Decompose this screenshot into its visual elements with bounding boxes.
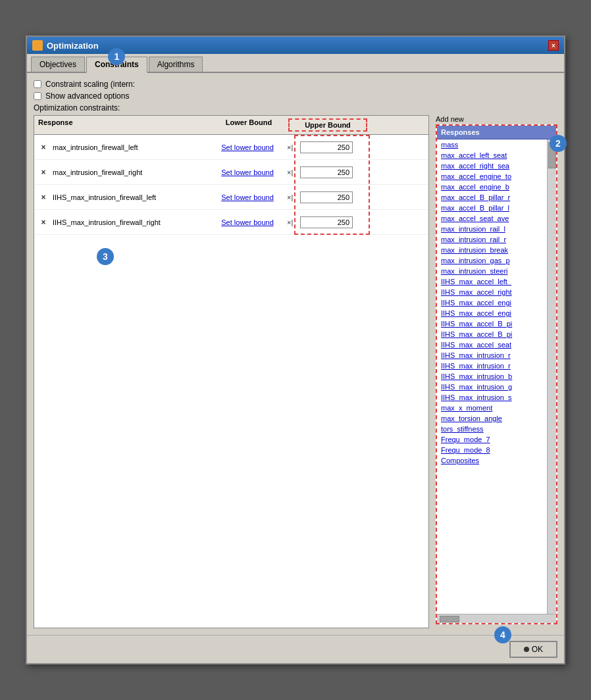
tab-objectives[interactable]: Objectives: [31, 57, 85, 72]
table-row: × max_intrusion_firewall_left Set lower …: [34, 135, 428, 160]
header-response: Response: [38, 118, 209, 132]
response-list-item[interactable]: IIHS_max_intrusion_s: [437, 392, 547, 403]
response-list-item[interactable]: IIHS_max_accel_engi: [437, 297, 547, 308]
tab-algorithms[interactable]: Algorithms: [149, 57, 203, 72]
response-list-item[interactable]: Frequ_mode_7: [437, 434, 547, 445]
ok-label: OK: [532, 645, 543, 654]
responses-header: Responses: [437, 126, 556, 139]
tab-bar: Objectives Constraints 1 Algorithms: [27, 54, 564, 73]
response-list-item[interactable]: IIHS_max_accel_B_pi: [437, 318, 547, 329]
constraints-table: Response Lower Bound Upper Bound × max_i…: [34, 115, 429, 628]
response-list-item[interactable]: max_accel_engine_b: [437, 182, 547, 192]
response-name-3: IIHS_max_intrusion_firewall_left: [50, 193, 208, 201]
response-list-item[interactable]: max_accel_seat_ave: [437, 213, 547, 224]
set-lower-bound-2[interactable]: Set lower bound: [208, 168, 287, 176]
upper-bound-input-3[interactable]: [300, 191, 353, 203]
table-row: × max_intrusion_firewall_right Set lower…: [34, 160, 428, 185]
show-advanced-checkbox[interactable]: [34, 92, 41, 100]
responses-list[interactable]: massmax_accel_left_seatmax_accel_right_s…: [437, 139, 547, 614]
responses-list-container: Responses massmax_accel_left_seatmax_acc…: [436, 124, 557, 624]
upper-bound-x-4: ×|: [287, 218, 300, 226]
response-list-item[interactable]: Composites: [437, 455, 547, 466]
response-list-item[interactable]: IIHS_max_intrusion_r: [437, 350, 547, 361]
response-list-item[interactable]: max_accel_B_pillar_l: [437, 203, 547, 213]
ok-button[interactable]: OK: [509, 641, 557, 658]
badge-3: 3: [97, 248, 114, 265]
delete-row-1-button[interactable]: ×: [37, 143, 50, 152]
constraint-scaling-row: Constraint scaling (intern:: [34, 80, 557, 89]
response-list-item[interactable]: max_intrusion_break: [437, 245, 547, 255]
response-list-item[interactable]: max_intrusion_steeri: [437, 266, 547, 276]
response-list-item[interactable]: max_accel_engine_to: [437, 171, 547, 182]
constraint-scaling-checkbox[interactable]: [34, 80, 41, 88]
response-list-item[interactable]: IIHS_max_accel_right: [437, 287, 547, 297]
show-advanced-label: Show advanced options: [45, 91, 129, 101]
response-list-item[interactable]: max_accel_right_sea: [437, 161, 547, 171]
response-list-item[interactable]: IIHS_max_intrusion_b: [437, 371, 547, 382]
response-list-item[interactable]: IIHS_max_accel_left_: [437, 276, 547, 287]
header-upper-bound: Upper Bound: [288, 118, 367, 132]
add-new-label: Add new: [436, 115, 557, 123]
upper-bound-input-2[interactable]: [300, 166, 353, 178]
response-name-2: max_intrusion_firewall_right: [50, 168, 208, 176]
set-lower-bound-1[interactable]: Set lower bound: [208, 143, 287, 151]
response-list-item[interactable]: max_intrusion_rail_l: [437, 224, 547, 234]
response-list-item[interactable]: IIHS_max_intrusion_g: [437, 382, 547, 392]
response-list-item[interactable]: max_intrusion_rail_r: [437, 234, 547, 245]
response-name-4: IIHS_max_intrusion_firewall_right: [50, 218, 208, 226]
delete-row-3-button[interactable]: ×: [37, 193, 50, 202]
delete-row-4-button[interactable]: ×: [37, 218, 50, 227]
responses-panel: Add new Responses massmax_accel_left_sea…: [436, 115, 557, 628]
main-area: Response Lower Bound Upper Bound × max_i…: [34, 115, 557, 628]
set-lower-bound-4[interactable]: Set lower bound: [208, 218, 287, 226]
table-row: × IIHS_max_intrusion_firewall_right Set …: [34, 210, 428, 235]
response-name-1: max_intrusion_firewall_left: [50, 143, 208, 151]
table-row: × IIHS_max_intrusion_firewall_left Set l…: [34, 185, 428, 210]
response-list-item[interactable]: IIHS_max_intrusion_r: [437, 361, 547, 371]
upper-bound-input-1[interactable]: [300, 141, 353, 153]
close-button[interactable]: ×: [548, 40, 559, 51]
bottom-bar: 4 OK: [27, 635, 564, 663]
show-advanced-row: Show advanced options: [34, 91, 557, 101]
response-list-item[interactable]: max_accel_B_pillar_r: [437, 192, 547, 203]
set-lower-bound-3[interactable]: Set lower bound: [208, 193, 287, 201]
scrollbar[interactable]: [547, 139, 556, 614]
response-list-item[interactable]: IIHS_max_accel_seat: [437, 339, 547, 350]
upper-bound-x-3: ×|: [287, 193, 300, 201]
badge-4: 4: [494, 626, 511, 643]
response-list-item[interactable]: max_x_moment: [437, 403, 547, 413]
response-list-item[interactable]: IIHS_max_accel_engi: [437, 308, 547, 318]
upper-bound-x-2: ×|: [287, 168, 300, 176]
response-list-item[interactable]: mass: [437, 139, 547, 150]
title-bar: Optimization ×: [27, 37, 564, 54]
delete-row-2-button[interactable]: ×: [37, 168, 50, 177]
response-list-item[interactable]: IIHS_max_accel_B_pi: [437, 329, 547, 339]
header-lower-bound: Lower Bound: [209, 118, 288, 132]
response-list-item[interactable]: max_torsion_angle: [437, 413, 547, 424]
content-area: Constraint scaling (intern: Show advance…: [27, 73, 564, 635]
response-list-item[interactable]: Frequ_mode_8: [437, 445, 547, 455]
badge-1: 1: [108, 48, 125, 65]
horiz-scroll-thumb[interactable]: [440, 616, 459, 622]
response-list-item[interactable]: max_accel_left_seat: [437, 150, 547, 161]
optimization-constraints-label: Optimization constraints:: [34, 103, 557, 113]
response-list-item[interactable]: tors_stiffness: [437, 424, 547, 434]
app-icon: [32, 40, 43, 51]
upper-bound-input-4[interactable]: [300, 216, 353, 228]
badge-2: 2: [550, 135, 567, 152]
upper-bound-x-1: ×|: [287, 143, 300, 151]
window-title: Optimization: [47, 41, 99, 51]
tab-constraints[interactable]: Constraints 1: [86, 57, 147, 73]
constraint-scaling-label: Constraint scaling (intern:: [45, 80, 135, 89]
response-list-item[interactable]: max_intrusion_gas_p: [437, 255, 547, 266]
horizontal-scrollbar[interactable]: [437, 614, 556, 623]
table-header: Response Lower Bound Upper Bound: [34, 116, 428, 135]
ok-dot-icon: [524, 647, 529, 652]
